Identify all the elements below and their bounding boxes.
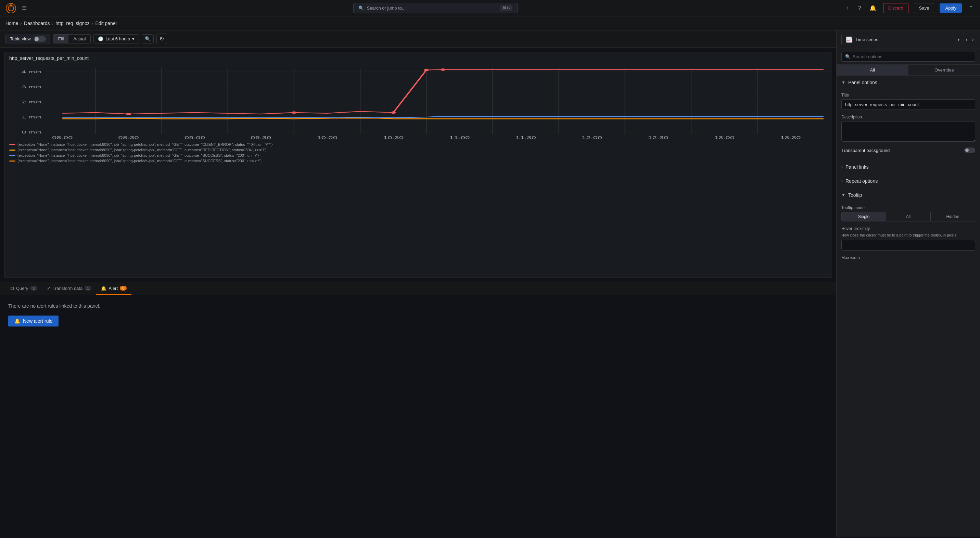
tab-query-badge: 1 <box>30 286 37 291</box>
zoom-out-button[interactable]: 🔍 <box>142 34 154 43</box>
panel-options-section: ▼ Panel options Title Description Transp… <box>837 76 980 160</box>
breadcrumb-home[interactable]: Home <box>5 21 18 26</box>
tooltip-mode-buttons: Single All Hidden <box>842 212 975 221</box>
tooltip-section: ▼ Tooltip Tooltip mode Single All Hidden… <box>837 188 980 270</box>
svg-point-37 <box>126 113 131 115</box>
top-nav: ☰ 🔍 Search or jump to... ⌘+k ＋ ? 🔔 Disca… <box>0 0 980 16</box>
refresh-button[interactable]: ↻ <box>156 33 167 44</box>
discard-button[interactable]: Discard <box>883 3 908 13</box>
repeat-options-section[interactable]: › Repeat options <box>837 174 980 188</box>
breadcrumb-sep-1: › <box>20 21 22 26</box>
tab-transform[interactable]: ⤢ Transform data 1 <box>42 282 97 295</box>
legend-item-yellow: {exception="None", instance="host.docker… <box>9 148 827 152</box>
nav-left: ☰ <box>5 3 28 14</box>
title-field: Title <box>842 93 975 110</box>
svg-point-39 <box>391 111 396 114</box>
hover-proximity-input[interactable] <box>842 240 975 250</box>
legend-color-orange <box>9 161 15 162</box>
tabs-bar: ⊡ Query 1 ⤢ Transform data 1 🔔 Alert 0 <box>0 282 836 295</box>
grafana-logo-icon[interactable] <box>5 3 16 14</box>
hover-proximity-field: Hover proximity How close the cursor mus… <box>842 226 975 250</box>
menu-button[interactable]: ☰ <box>21 3 28 13</box>
tooltip-mode-field: Tooltip mode Single All Hidden <box>842 205 975 221</box>
title-label: Title <box>842 93 975 97</box>
search-options-input-wrap[interactable]: 🔍 <box>842 52 975 62</box>
svg-text:13:30: 13:30 <box>780 135 801 140</box>
tab-alert[interactable]: 🔔 Alert 0 <box>96 282 132 295</box>
transparent-bg-row: Transparent background <box>842 148 975 153</box>
breadcrumb-sep-3: › <box>92 21 94 26</box>
svg-point-38 <box>292 111 297 114</box>
transparent-bg-toggle[interactable] <box>964 148 975 153</box>
actual-button[interactable]: Actual <box>68 35 91 43</box>
svg-text:10:00: 10:00 <box>317 135 337 140</box>
panel-links-label: Panel links <box>845 164 869 170</box>
help-button[interactable]: ? <box>857 4 862 13</box>
transparent-bg-label: Transparent background <box>842 148 889 153</box>
tooltip-mode-all[interactable]: All <box>886 212 931 221</box>
panel-nav-arrows: ‹ › <box>964 35 975 44</box>
breadcrumb-dashboards[interactable]: Dashboards <box>24 21 50 26</box>
svg-text:08:00: 08:00 <box>52 135 73 140</box>
filter-tab-overrides[interactable]: Overrides <box>908 65 980 75</box>
panel-forward-button[interactable]: › <box>970 35 975 44</box>
description-textarea[interactable] <box>842 121 975 142</box>
max-width-label: Max width <box>842 255 975 260</box>
search-shortcut: ⌘+k <box>500 5 512 11</box>
svg-text:11:30: 11:30 <box>515 135 536 140</box>
legend-item-blue: {exception="None", instance="host.docker… <box>9 153 827 158</box>
filter-tab-all[interactable]: All <box>837 65 908 75</box>
apply-button[interactable]: Apply <box>940 3 962 13</box>
legend-color-yellow <box>9 150 15 151</box>
tab-query[interactable]: ⊡ Query 1 <box>5 282 42 295</box>
panel-back-button[interactable]: ‹ <box>964 35 969 44</box>
panel-options-chevron-icon: ▼ <box>842 80 845 85</box>
panel-toolbar: Table view Fill Actual 🕐 Last 6 hours ▾ … <box>0 30 836 48</box>
viz-type-selector[interactable]: 📈 Time series ▾ <box>842 34 964 45</box>
panel-links-section[interactable]: › Panel links <box>837 160 980 174</box>
search-placeholder-text: Search or jump to... <box>367 5 405 11</box>
new-alert-rule-button[interactable]: 🔔 New alert rule <box>8 315 59 326</box>
fill-button[interactable]: Fill <box>53 35 69 43</box>
repeat-options-chevron-icon: › <box>842 179 843 183</box>
repeat-options-label: Repeat options <box>845 178 878 184</box>
tooltip-body: Tooltip mode Single All Hidden Hover pro… <box>837 202 980 270</box>
alert-icon: 🔔 <box>101 286 107 291</box>
breadcrumb-sep-2: › <box>52 21 54 26</box>
save-button[interactable]: Save <box>914 3 934 13</box>
time-series-icon: 📈 <box>846 36 853 43</box>
tooltip-section-header[interactable]: ▼ Tooltip <box>837 188 980 202</box>
add-button[interactable]: ＋ <box>843 3 851 13</box>
collapse-button[interactable]: ⌃ <box>967 3 975 13</box>
left-panel: Table view Fill Actual 🕐 Last 6 hours ▾ … <box>0 30 836 536</box>
tooltip-label: Tooltip <box>848 193 862 198</box>
tab-query-label: Query <box>16 286 28 291</box>
tooltip-mode-hidden[interactable]: Hidden <box>931 212 975 221</box>
svg-point-41 <box>441 68 445 71</box>
svg-text:11:00: 11:00 <box>449 135 469 140</box>
svg-point-40 <box>424 69 429 71</box>
title-input[interactable] <box>842 99 975 110</box>
time-range-picker[interactable]: 🕐 Last 6 hours ▾ <box>94 34 139 43</box>
global-search-bar[interactable]: 🔍 Search or jump to... ⌘+k <box>353 3 517 13</box>
max-width-field: Max width <box>842 255 975 260</box>
table-view-switch[interactable] <box>33 36 46 42</box>
description-label: Description <box>842 115 975 119</box>
tooltip-chevron-icon: ▼ <box>842 193 845 197</box>
search-options-input[interactable] <box>853 54 972 59</box>
alerts-button[interactable]: 🔔 <box>868 3 878 13</box>
svg-text:3 min: 3 min <box>22 85 42 89</box>
tab-transform-label: Transform data <box>53 286 83 291</box>
legend-color-red <box>9 144 15 145</box>
filter-tabs: All Overrides <box>837 65 980 76</box>
svg-text:2 min: 2 min <box>22 100 42 104</box>
svg-text:10:30: 10:30 <box>383 135 404 140</box>
svg-text:08:30: 08:30 <box>118 135 138 140</box>
panel-options-header[interactable]: ▼ Panel options <box>837 76 980 89</box>
svg-text:12:00: 12:00 <box>582 135 602 140</box>
tab-alert-label: Alert <box>108 286 118 291</box>
tooltip-mode-single[interactable]: Single <box>842 212 886 221</box>
table-view-toggle[interactable]: Table view <box>5 34 50 44</box>
no-alerts-text: There are no alert rules linked to this … <box>8 303 828 309</box>
breadcrumb-dashboard-name[interactable]: http_req_signoz <box>56 21 90 26</box>
